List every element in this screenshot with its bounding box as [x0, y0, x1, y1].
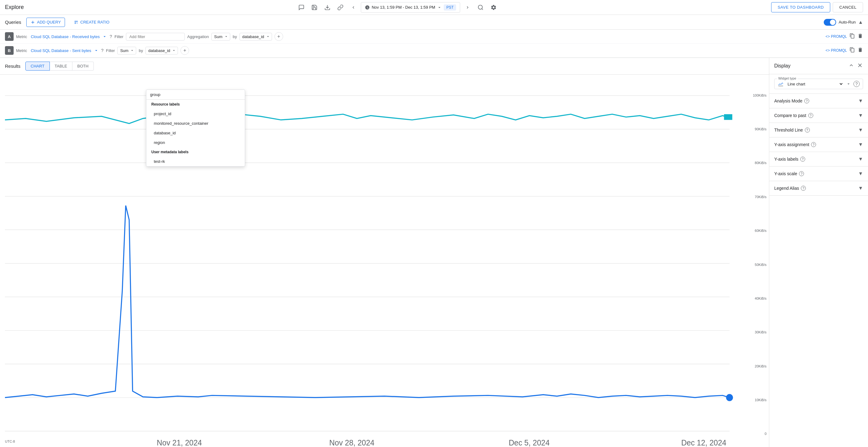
tab-table[interactable]: TABLE	[50, 62, 72, 70]
display-title: Display	[774, 63, 790, 69]
display-expand-btn[interactable]	[857, 62, 863, 70]
add-query-button[interactable]: ADD QUERY	[26, 18, 65, 27]
accordion-y-axis-assignment-header[interactable]: Y-axis assignment ? ▼	[769, 138, 868, 152]
add-filter-btn-a[interactable]: +	[275, 32, 283, 41]
download-icon-btn[interactable]	[322, 2, 333, 13]
auto-run-toggle[interactable]	[824, 19, 836, 26]
svg-line-2	[482, 8, 483, 9]
collapse-queries-button[interactable]: ▲	[858, 20, 863, 25]
settings-icon-btn[interactable]	[488, 2, 499, 13]
accordion-legend-alias-header[interactable]: Legend Alias ? ▼	[769, 181, 868, 195]
filter-label-b: Filter	[106, 48, 115, 53]
utc-label: UTC-8	[5, 440, 15, 443]
save-to-dashboard-button[interactable]: SAVE TO DASHBOARD	[771, 2, 830, 12]
compare-to-past-help-icon[interactable]: ?	[808, 113, 813, 118]
accordion-y-axis-labels-header[interactable]: Y-axis labels ? ▼	[769, 152, 868, 166]
analysis-mode-chevron-icon: ▼	[858, 98, 863, 104]
by-select-b[interactable]: database_id	[146, 47, 178, 55]
nav-next-btn[interactable]	[462, 2, 473, 13]
results-tabs: CHART TABLE BOTH	[25, 62, 94, 70]
metric-label-b: Metric	[16, 48, 27, 53]
toggle-knob	[830, 20, 836, 25]
help-icon-a[interactable]: ?	[110, 34, 112, 39]
filter-input-a[interactable]	[126, 33, 185, 40]
query-letter-b: B	[5, 46, 13, 55]
query-letter-a: A	[5, 32, 13, 41]
accordion-threshold-line: Threshold Line ? ▼	[769, 123, 868, 138]
metric-value-b[interactable]: Cloud SQL Database - Sent bytes	[31, 48, 91, 53]
metric-dropdown-b[interactable]	[94, 48, 99, 53]
by-label-a: by	[233, 34, 237, 39]
plus-icon	[30, 20, 35, 25]
add-filter-btn-b[interactable]: +	[180, 46, 189, 55]
accordion-threshold-line-header[interactable]: Threshold Line ? ▼	[769, 123, 868, 137]
display-panel: Display Widget type	[769, 58, 868, 447]
create-ratio-button[interactable]: CREATE RATIO	[70, 18, 113, 27]
line-b-endpoint	[724, 114, 733, 120]
accordion-compare-to-past: Compare to past ? ▼	[769, 108, 868, 123]
x-label-nov28: Nov 28, 2024	[329, 438, 374, 447]
legend-alias-chevron-icon: ▼	[858, 185, 863, 191]
promql-btn-b[interactable]: <> PROMQL	[826, 48, 847, 53]
analysis-mode-help-icon[interactable]: ?	[804, 98, 809, 103]
tab-both[interactable]: BOTH	[72, 62, 94, 70]
timezone-badge: PST	[444, 4, 456, 10]
time-range-text: Nov 13, 1:59 PM - Dec 13, 1:59 PM	[372, 5, 435, 9]
dropdown-item-monitored[interactable]: monitored_resource_container	[146, 119, 245, 128]
aggr-select-a[interactable]: Sum	[211, 33, 230, 40]
link-icon-btn[interactable]	[335, 2, 346, 13]
dropdown-search-input[interactable]	[150, 92, 241, 97]
threshold-line-help-icon[interactable]: ?	[805, 127, 810, 132]
widget-help-icon[interactable]: ?	[854, 81, 860, 87]
nav-prev-btn[interactable]	[348, 2, 359, 13]
y-axis-assignment-help-icon[interactable]: ?	[811, 142, 816, 147]
tab-chart[interactable]: CHART	[25, 62, 50, 70]
search-icon-btn[interactable]	[475, 2, 486, 13]
save-icon-btn[interactable]	[309, 2, 320, 13]
metric-dropdown-a[interactable]	[102, 34, 107, 39]
promql-btn-a[interactable]: <> PROMQL	[826, 34, 847, 39]
accordion-legend-alias: Legend Alias ? ▼	[769, 181, 868, 196]
delete-btn-a[interactable]	[858, 33, 863, 40]
accordion-threshold-line-title: Threshold Line ?	[774, 127, 810, 132]
accordion-y-axis-labels-title: Y-axis labels ?	[774, 157, 805, 161]
query-row-right-a: <> PROMQL	[826, 33, 863, 40]
y-axis-scale-help-icon[interactable]: ?	[799, 171, 804, 176]
metric-value-a[interactable]: Cloud SQL Database - Received bytes	[31, 34, 100, 39]
accordion-y-axis-labels: Y-axis labels ? ▼	[769, 152, 868, 167]
dropdown-item-region[interactable]: region	[146, 138, 245, 147]
metric-label-a: Metric	[16, 34, 27, 39]
dropdown-item-project_id[interactable]: project_id	[146, 109, 245, 119]
accordion-analysis-mode-title: Analysis Mode ?	[774, 98, 809, 103]
query-row-right-b: <> PROMQL	[826, 47, 863, 54]
y-label-90: 90KiB/s	[755, 127, 767, 131]
copy-btn-b[interactable]	[849, 47, 855, 54]
accordion-compare-to-past-header[interactable]: Compare to past ? ▼	[769, 108, 868, 123]
queries-bar-left: Queries ADD QUERY CREATE RATIO	[5, 18, 113, 27]
accordion-analysis-mode-header[interactable]: Analysis Mode ? ▼	[769, 94, 868, 108]
top-bar: Explore Nov 13, 1:59 PM - Dec 13, 1:59 P…	[0, 0, 868, 15]
y-axis-labels-help-icon[interactable]: ?	[800, 157, 805, 161]
display-collapse-btn[interactable]	[848, 62, 855, 70]
y-label-30: 30KiB/s	[755, 330, 767, 334]
line-a-endpoint	[726, 394, 733, 401]
help-icon-b[interactable]: ?	[101, 48, 104, 53]
ratio-icon	[74, 20, 79, 25]
comment-icon-btn[interactable]	[296, 2, 307, 13]
by-select-a[interactable]: database_id	[240, 33, 272, 40]
dropdown-item-database_id[interactable]: database_id	[146, 128, 245, 138]
time-range-btn[interactable]: Nov 13, 1:59 PM - Dec 13, 1:59 PM PST	[361, 2, 460, 13]
accordion-y-axis-scale-title: Y-axis scale ?	[774, 171, 804, 176]
legend-alias-help-icon[interactable]: ?	[801, 186, 806, 191]
aggr-select-b[interactable]: Sum	[117, 47, 136, 55]
accordion-y-axis-scale-header[interactable]: Y-axis scale ? ▼	[769, 167, 868, 181]
dropdown-item-test-rk[interactable]: test-rk	[146, 157, 245, 166]
delete-btn-b[interactable]	[858, 47, 863, 54]
accordion-legend-alias-title: Legend Alias ?	[774, 186, 806, 191]
cancel-button[interactable]: CANCEL	[833, 2, 863, 12]
line-chart-icon	[778, 81, 784, 87]
widget-type-select[interactable]: Line chart	[786, 82, 843, 87]
copy-btn-a[interactable]	[849, 33, 855, 40]
queries-label: Queries	[5, 20, 21, 25]
chart-wrapper: 100KiB/s 90KiB/s 80KiB/s 70KiB/s 60KiB/s…	[0, 74, 769, 447]
